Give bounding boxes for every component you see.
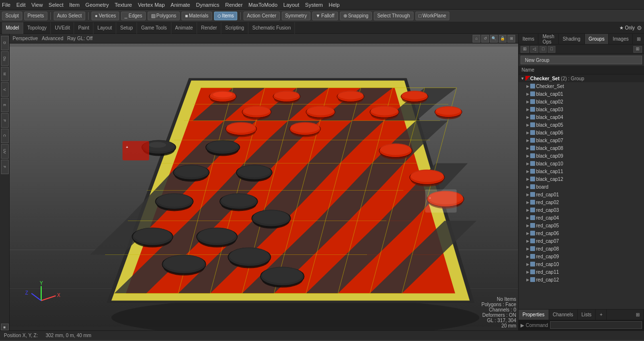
sculpt-button[interactable]: Sculpt (2, 12, 22, 20)
item-red-cap08[interactable]: ▶ red_cap08 (524, 245, 644, 252)
item-red-cap03[interactable]: ▶ red_cap03 (524, 206, 644, 214)
tab-plus[interactable]: + (596, 310, 607, 320)
fusion-tool[interactable]: F (1, 160, 9, 174)
item-checker-set[interactable]: ▶ Checker_Set (524, 82, 644, 90)
menu-maxtomodo[interactable]: MaxToModo (248, 2, 277, 8)
item-black-cap11[interactable]: ▶ black_cap11 (524, 167, 644, 175)
settings-button[interactable]: ⚙ (637, 25, 642, 31)
tab-setup[interactable]: Setup (116, 22, 137, 34)
menu-layout[interactable]: Layout (283, 2, 299, 8)
curve-tool[interactable]: C (1, 129, 9, 143)
item-black-cap06[interactable]: ▶ black_cap06 (524, 129, 644, 136)
meshedit-tool[interactable]: M (1, 67, 9, 81)
deform-tool[interactable]: D (1, 36, 9, 50)
view-perspective[interactable]: Perspective (13, 36, 38, 41)
item-black-cap09[interactable]: ▶ black_cap09 (524, 152, 644, 160)
item-red-cap05[interactable]: ▶ red_cap05 (524, 222, 644, 229)
select-through-button[interactable]: Select Through (374, 12, 414, 20)
tab-layout[interactable]: Layout (93, 22, 116, 34)
menu-texture[interactable]: Texture (115, 2, 132, 8)
items-list[interactable]: ▼ Checker_Set (2) : Group ▶ Checker_Set … (519, 74, 644, 309)
menu-help[interactable]: Help (329, 2, 340, 8)
item-black-cap02[interactable]: ▶ black_cap02 (524, 98, 644, 105)
tab-scripting[interactable]: Scripting (221, 22, 248, 34)
item-red-cap04[interactable]: ▶ red_cap04 (524, 214, 644, 222)
bottom-tool[interactable]: ■ (1, 324, 9, 330)
uv-tool[interactable]: UV (1, 144, 9, 159)
item-red-cap02[interactable]: ▶ red_cap02 (524, 198, 644, 206)
right-panel-expand[interactable]: ⊞ (633, 34, 644, 44)
menu-dynamics[interactable]: Dynamics (196, 2, 219, 8)
viewport-expand[interactable]: ⊞ (507, 35, 515, 43)
viewport-home[interactable]: ⌂ (473, 35, 480, 43)
tab-schematic[interactable]: Schematic Fusion (248, 22, 295, 34)
menu-file[interactable]: File (2, 2, 11, 8)
presets-button[interactable]: Presets (24, 12, 47, 20)
view-advanced[interactable]: Advanced (42, 36, 63, 41)
tab-gametools[interactable]: Game Tools (137, 22, 171, 34)
tab-animate[interactable]: Animate (171, 22, 198, 34)
br-expand[interactable]: ⊞ (632, 310, 644, 320)
item-red-cap06[interactable]: ▶ red_cap06 (524, 229, 644, 237)
auto-select-button[interactable]: Auto Select (54, 12, 85, 20)
viewport-rotate[interactable]: ↺ (481, 35, 489, 43)
item-red-cap12[interactable]: ▶ red_cap12 (524, 276, 644, 283)
tab-lists[interactable]: Lists (578, 310, 596, 320)
tab-groups[interactable]: Groups (585, 34, 609, 44)
tab-uvedit[interactable]: UVEdit (51, 22, 74, 34)
edges-button[interactable]: ⎯ Edges (121, 12, 145, 20)
viewport-zoom-in[interactable]: 🔍 (490, 35, 498, 43)
item-black-cap03[interactable]: ▶ black_cap03 (524, 105, 644, 113)
falloff-button[interactable]: ▼ Falloff (312, 12, 338, 20)
item-red-cap01[interactable]: ▶ red_cap01 (524, 191, 644, 198)
vertices-button[interactable]: ● Vertices (92, 12, 120, 20)
tab-properties[interactable]: Properties (519, 310, 549, 320)
rt-btn4[interactable]: □ (548, 46, 555, 53)
menu-vertexmap[interactable]: Vertex Map (138, 2, 165, 8)
item-red-cap07[interactable]: ▶ red_cap07 (524, 237, 644, 245)
item-black-cap05[interactable]: ▶ black_cap05 (524, 121, 644, 129)
item-red-cap10[interactable]: ▶ red_cap10 (524, 260, 644, 268)
item-black-cap12[interactable]: ▶ black_cap12 (524, 175, 644, 183)
menu-edit[interactable]: Edit (16, 2, 26, 8)
rt-btn3[interactable]: □ (539, 46, 547, 53)
tab-items[interactable]: Items (519, 34, 538, 44)
item-red-cap11[interactable]: ▶ red_cap11 (524, 268, 644, 276)
menu-item[interactable]: Item (69, 2, 79, 8)
menu-geometry[interactable]: Geometry (85, 2, 108, 8)
item-black-cap04[interactable]: ▶ black_cap04 (524, 113, 644, 121)
menu-render[interactable]: Render (225, 2, 243, 8)
item-black-cap01[interactable]: ▶ black_cap01 (524, 90, 644, 98)
tab-model[interactable]: Model (2, 22, 23, 34)
rt-btn1[interactable]: ⊞ (521, 46, 529, 53)
symmetry-button[interactable]: Symmetry (282, 12, 310, 20)
tab-topology[interactable]: Topology (23, 22, 51, 34)
item-black-cap08[interactable]: ▶ black_cap08 (524, 144, 644, 152)
viewport-lock[interactable]: 🔒 (499, 35, 506, 43)
menu-system[interactable]: System (305, 2, 323, 8)
menu-view[interactable]: View (31, 2, 43, 8)
viewport[interactable]: Perspective Advanced Ray GL: Off ⌂ ↺ 🔍 🔒… (10, 34, 518, 330)
polygons-button[interactable]: ▨ Polygons (148, 12, 180, 20)
tab-paint[interactable]: Paint (74, 22, 93, 34)
item-red-cap09[interactable]: ▶ red_cap09 (524, 252, 644, 260)
vertex-tool[interactable]: V (1, 82, 9, 97)
menu-select[interactable]: Select (48, 2, 63, 8)
rt-btn-expand[interactable]: ⊞ (633, 46, 642, 53)
new-group-button[interactable]: New Group (521, 56, 642, 64)
view-raygl[interactable]: Ray GL: Off (67, 36, 93, 41)
tab-meshops[interactable]: Mesh Ops (538, 34, 558, 44)
item-checker-set-group[interactable]: ▼ Checker_Set (2) : Group (519, 74, 644, 82)
snapping-button[interactable]: ⊕ Snapping (340, 12, 372, 20)
polygon-tool[interactable]: P (1, 113, 9, 128)
tab-render[interactable]: Render (197, 22, 221, 34)
command-input[interactable] (550, 321, 642, 329)
item-black-cap10[interactable]: ▶ black_cap10 (524, 160, 644, 167)
item-board[interactable]: ▶ board (524, 183, 644, 191)
workplane-button[interactable]: □ WorkPlane (415, 12, 450, 20)
rt-btn2[interactable]: ◁ (530, 46, 538, 53)
duplicate-tool[interactable]: Du (1, 51, 9, 66)
items-button[interactable]: ◇ Items (214, 12, 237, 20)
tab-images[interactable]: Images (609, 34, 633, 44)
tab-shading[interactable]: Shading (559, 34, 585, 44)
